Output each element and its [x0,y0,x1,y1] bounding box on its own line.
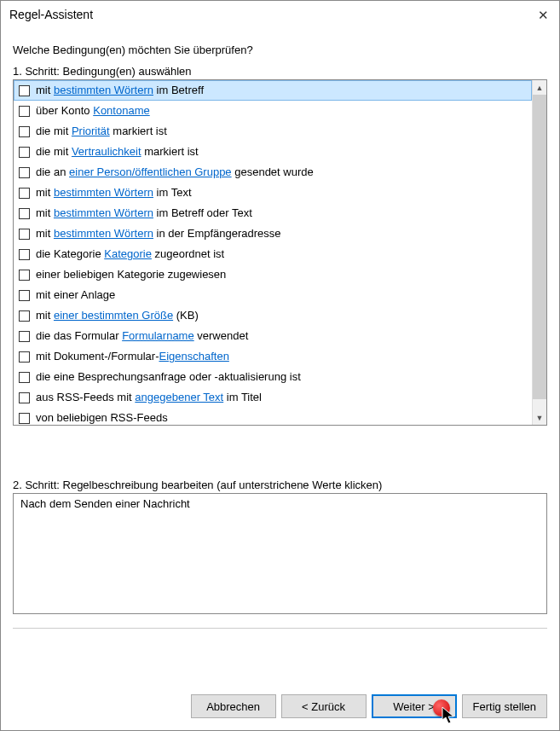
checkbox-icon[interactable] [19,147,30,158]
condition-label: über Konto Kontoname [36,102,150,119]
condition-label: die mit Vertraulichkeit markiert ist [36,143,199,160]
condition-label: von beliebigen RSS-Feeds [36,409,168,425]
next-button-label: Weiter > [393,700,435,713]
condition-item[interactable]: mit bestimmten Wörtern in der Empfängera… [14,223,532,244]
scrollbar[interactable]: ▲ ▼ [532,80,546,425]
rule-description-box[interactable]: Nach dem Senden einer Nachricht [13,493,547,614]
checkbox-icon[interactable] [19,351,30,363]
checkbox-icon[interactable] [19,270,30,281]
condition-link[interactable]: Kontoname [93,104,150,117]
conditions-listbox: mit bestimmten Wörtern im Betreffüber Ko… [13,79,547,426]
condition-link[interactable]: Kategorie [104,247,152,260]
condition-item[interactable]: die das Formular Formularname verwendet [14,326,532,346]
rule-description-text: Nach dem Senden einer Nachricht [20,497,190,510]
checkbox-icon[interactable] [19,126,30,137]
condition-link[interactable]: einer bestimmten Größe [54,309,173,322]
condition-item[interactable]: von beliebigen RSS-Feeds [14,408,532,425]
condition-link[interactable]: bestimmten Wörtern [54,84,153,96]
checkbox-icon[interactable] [19,249,30,260]
condition-item[interactable]: die an einer Person/öffentlichen Gruppe … [14,162,532,183]
condition-link[interactable]: angegebener Text [135,391,223,403]
condition-label: die eine Besprechungsanfrage oder -aktua… [36,368,301,386]
button-row: Abbrechen < Zurück Weiter > Fertig stell… [1,682,559,730]
condition-link[interactable]: Vertraulichkeit [72,145,141,158]
rules-wizard-window: Regel-Assistent ✕ Welche Bedingung(en) m… [0,0,560,731]
checkbox-icon[interactable] [19,392,30,403]
condition-label: mit einer Anlage [36,287,115,304]
condition-label: mit bestimmten Wörtern im Betreff oder T… [36,205,252,222]
condition-link[interactable]: bestimmten Wörtern [54,206,153,219]
condition-label: mit bestimmten Wörtern im Betreff [36,82,204,99]
checkbox-icon[interactable] [19,85,30,96]
scroll-thumb[interactable] [533,95,546,399]
condition-label: aus RSS-Feeds mit angegebener Text im Ti… [36,389,262,406]
condition-label: mit bestimmten Wörtern in der Empfängera… [36,225,281,242]
conditions-list[interactable]: mit bestimmten Wörtern im Betreffüber Ko… [14,80,532,425]
checkbox-icon[interactable] [19,372,30,383]
next-button[interactable]: Weiter > [372,694,457,718]
close-icon[interactable]: ✕ [515,9,549,21]
condition-item[interactable]: die mit Priorität markiert ist [14,121,532,142]
back-button[interactable]: < Zurück [281,694,367,718]
checkbox-icon[interactable] [19,188,30,199]
wizard-question: Welche Bedingung(en) möchten Sie überprü… [13,44,547,56]
content-area: Welche Bedingung(en) möchten Sie überprü… [1,30,559,682]
condition-item[interactable]: über Konto Kontoname [14,101,532,121]
condition-label: die mit Priorität markiert ist [36,123,167,140]
checkbox-icon[interactable] [19,208,30,219]
condition-item[interactable]: mit Dokument-/Formular-Eigenschaften [14,346,532,367]
step1-label: 1. Schritt: Bedingung(en) auswählen [13,65,547,78]
cancel-button[interactable]: Abbrechen [191,694,276,718]
condition-link[interactable]: einer Person/öffentlichen Gruppe [69,165,232,178]
titlebar: Regel-Assistent ✕ [1,1,559,30]
condition-item[interactable]: mit einer Anlage [14,285,532,305]
checkbox-icon[interactable] [19,331,30,342]
condition-item[interactable]: mit bestimmten Wörtern im Text [14,183,532,203]
condition-label: die Kategorie Kategorie zugeordnet ist [36,246,224,263]
separator [13,628,547,629]
condition-item[interactable]: mit einer bestimmten Größe (KB) [14,305,532,326]
condition-item[interactable]: die mit Vertraulichkeit markiert ist [14,142,532,162]
condition-link[interactable]: Priorität [72,125,110,137]
condition-item[interactable]: aus RSS-Feeds mit angegebener Text im Ti… [14,387,532,408]
condition-label: die an einer Person/öffentlichen Gruppe … [36,164,314,181]
scroll-down-icon[interactable]: ▼ [533,410,546,425]
condition-item[interactable]: mit bestimmten Wörtern im Betreff oder T… [14,203,532,223]
finish-button[interactable]: Fertig stellen [462,694,547,718]
condition-link[interactable]: bestimmten Wörtern [54,227,153,240]
window-title: Regel-Assistent [9,8,93,21]
condition-item[interactable]: einer beliebigen Kategorie zugewiesen [14,264,532,285]
condition-label: einer beliebigen Kategorie zugewiesen [36,266,226,283]
condition-item[interactable]: die eine Besprechungsanfrage oder -aktua… [14,367,532,387]
checkbox-icon[interactable] [19,167,30,178]
condition-link[interactable]: bestimmten Wörtern [54,186,153,199]
checkbox-icon[interactable] [19,310,30,322]
condition-item[interactable]: mit bestimmten Wörtern im Betreff [14,80,532,101]
condition-link[interactable]: Eigenschaften [159,350,228,363]
checkbox-icon[interactable] [19,106,30,117]
condition-label: mit bestimmten Wörtern im Text [36,184,192,201]
scroll-up-icon[interactable]: ▲ [533,80,546,95]
checkbox-icon[interactable] [19,290,30,301]
condition-item[interactable]: die Kategorie Kategorie zugeordnet ist [14,244,532,264]
step2-label: 2. Schritt: Regelbeschreibung bearbeiten… [13,479,547,491]
condition-label: mit einer bestimmten Größe (KB) [36,307,199,324]
checkbox-icon[interactable] [19,229,30,240]
highlight-marker-icon [433,699,450,716]
condition-label: die das Formular Formularname verwendet [36,328,248,345]
condition-link[interactable]: Formularname [122,329,194,342]
condition-label: mit Dokument-/Formular-Eigenschaften [36,348,229,365]
checkbox-icon[interactable] [19,413,30,424]
